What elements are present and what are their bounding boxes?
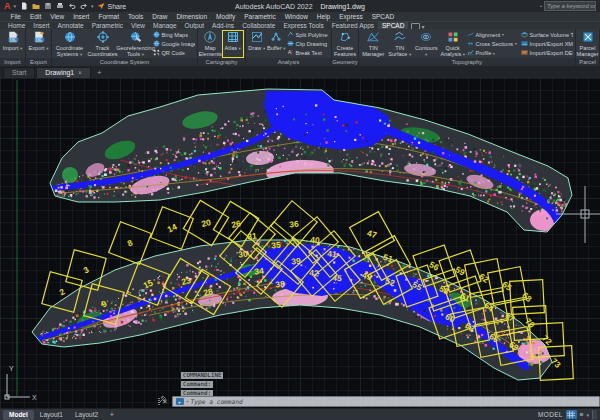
new-drawing-tab-button[interactable]: + (92, 68, 107, 78)
panel-name-geometry: Geometry (332, 58, 359, 66)
tile-number: 20 (200, 217, 212, 229)
tile-number: 47 (366, 228, 378, 240)
profile-icon (467, 49, 474, 57)
import-export-xml-button[interactable]: XMLImport/Export XML▾ (521, 40, 573, 48)
drawing-area[interactable]: 2389141520232628313034353638394041424547… (0, 78, 600, 409)
import-export-dem-button[interactable]: Import/Export DEM▾ (521, 49, 573, 57)
close-tab-icon[interactable]: × (78, 68, 82, 78)
tile-number: 3 (81, 264, 90, 275)
ribbon-panel-names: ImportExportCoordinate SystemCartography… (0, 58, 600, 66)
break-text-button[interactable]: ABreak Text (287, 49, 329, 57)
panel-topography: TIN ManagerTIN Surface ▾Contours ▾Quick … (359, 29, 576, 58)
google-image-button[interactable]: Google Image (153, 40, 195, 48)
qat-customize-caret-icon[interactable]: ▾ (91, 3, 94, 9)
menu-dimension[interactable]: Dimension (172, 13, 212, 20)
qat-save-icon[interactable] (43, 2, 52, 11)
panel-analysis: Draw ▾Buffer ▾Split PolylineClip Drawing… (246, 29, 332, 58)
menu-edit[interactable]: Edit (25, 13, 45, 20)
menu-view[interactable]: View (46, 13, 69, 20)
atlas-grid-icon (227, 31, 239, 44)
clip-drawing-button[interactable]: Clip Drawing (287, 40, 329, 48)
menu-insert[interactable]: Insert (69, 13, 94, 20)
menu-spcad[interactable]: SPCAD (367, 13, 398, 20)
tile-number: 8 (126, 237, 135, 248)
svg-text:XML: XML (35, 38, 42, 42)
share-button[interactable]: Share (97, 2, 127, 11)
buffer-button[interactable]: Buffer ▾ (267, 30, 287, 58)
clip-icon (287, 40, 294, 48)
draw-button[interactable]: Draw ▾ (247, 30, 267, 58)
contours-icon (420, 31, 432, 44)
command-input[interactable]: ▸▾Type a command (172, 396, 600, 407)
model-space-label[interactable]: MODEL (538, 411, 563, 418)
grid-display-icon[interactable] (566, 410, 577, 419)
menu-help[interactable]: Help (312, 13, 334, 20)
coordinate-systems-button[interactable]: Coordinate Systems ▾ (53, 30, 86, 58)
menu-tools[interactable]: Tools (124, 13, 148, 20)
layout-tab-layout2[interactable]: Layout2 (69, 410, 104, 420)
app-menu-caret-icon[interactable]: ▾ (14, 3, 17, 9)
qat-new-icon[interactable] (19, 2, 28, 11)
alignment-button[interactable]: Alignment▾ (467, 31, 519, 39)
autocad-window: A ▾ ▾ Share Autodesk AutoCAD 2022Drawing… (0, 0, 600, 420)
layout-tab-layout1[interactable]: Layout1 (34, 410, 69, 420)
menu-draw[interactable]: Draw (148, 13, 172, 20)
qat-undo-icon[interactable] (67, 2, 76, 11)
cross-sections-button[interactable]: Cross Sections▾ (467, 40, 519, 48)
panel-import: XMLImport ▾ (0, 29, 26, 58)
qr-code-button[interactable]: QR Code (153, 49, 195, 57)
tile-number: 35 (271, 240, 282, 251)
command-prompt-icon: ▸ (176, 398, 184, 405)
import-button[interactable]: XMLImport ▾ (1, 30, 24, 58)
features-icon (339, 31, 351, 44)
tile-number: 36 (289, 219, 300, 230)
status-caret-icon[interactable]: ▾ (586, 412, 589, 418)
qat-open-icon[interactable] (31, 2, 40, 11)
menu-parametric[interactable]: Parametric (240, 13, 280, 20)
search-input[interactable]: Type a keyword or phrase (544, 1, 596, 11)
file-tab-bar: StartDrawing1×+ (0, 66, 600, 78)
atlas-button[interactable]: Atlas ▾ (222, 30, 245, 58)
split-polyline-button[interactable]: Split Polyline (287, 31, 329, 39)
alignment-icon (467, 31, 474, 39)
menu-modify[interactable]: Modify (212, 13, 240, 20)
qat-plot-icon[interactable] (55, 2, 64, 11)
create-features-button[interactable]: Create Features ▾ (333, 30, 357, 58)
contours-button[interactable]: Contours ▾ (413, 30, 440, 58)
split-icon (287, 31, 294, 39)
tin-manager-button[interactable]: TIN Manager (360, 30, 387, 58)
new-layout-button[interactable]: + (104, 410, 120, 420)
parcel-manager-button[interactable]: Parcel Manager (577, 30, 598, 58)
share-label: Share (108, 3, 127, 10)
isometric-drafting-icon[interactable]: ≡ (580, 411, 584, 418)
profile-button[interactable]: Profile▾ (467, 49, 519, 57)
dem-icon (521, 49, 528, 57)
track-coordinates-button[interactable]: Track Coordinates (86, 30, 119, 58)
export-button[interactable]: XMLExport ▾ (27, 30, 50, 58)
map-elements-button[interactable]: Map Elements ▾ (199, 30, 222, 58)
menu-window[interactable]: Window (280, 13, 312, 20)
panel-parcel: Parcel Manager (576, 29, 600, 58)
bing-maps-button[interactable]: Bing Maps (153, 31, 195, 39)
command-placeholder: Type a command (191, 398, 243, 405)
autocad-logo-icon[interactable]: A (4, 1, 11, 11)
surface-volume-tools-button[interactable]: Surface Volume Tools▾ (521, 31, 573, 39)
tin-icon (367, 31, 379, 44)
customization-icon[interactable] (592, 410, 597, 419)
layout-tabs: ModelLayout1Layout2+ (3, 410, 120, 420)
quick-analysis-button[interactable]: Quick Analysis ▾ (440, 30, 467, 58)
menu-file[interactable]: File (6, 13, 25, 20)
georeferencing-tools-button[interactable]: Georeferencing Tools ▾ (119, 30, 152, 58)
layout-tab-model[interactable]: Model (3, 410, 34, 420)
title-bar: A ▾ ▾ Share Autodesk AutoCAD 2022Drawing… (0, 0, 600, 12)
tile-number: 68 (520, 290, 534, 304)
tin-surface-button[interactable]: TIN Surface ▾ (387, 30, 414, 58)
file-tab-drawing1[interactable]: Drawing1× (36, 67, 91, 78)
ucs-icon: XY (5, 365, 37, 401)
menu-format[interactable]: Format (94, 13, 124, 20)
qat-redo-icon[interactable] (79, 2, 88, 11)
volume-icon (521, 31, 528, 39)
tile-number: 39 (291, 256, 302, 267)
file-tab-start[interactable]: Start (3, 67, 35, 78)
menu-express[interactable]: Express (335, 13, 367, 20)
